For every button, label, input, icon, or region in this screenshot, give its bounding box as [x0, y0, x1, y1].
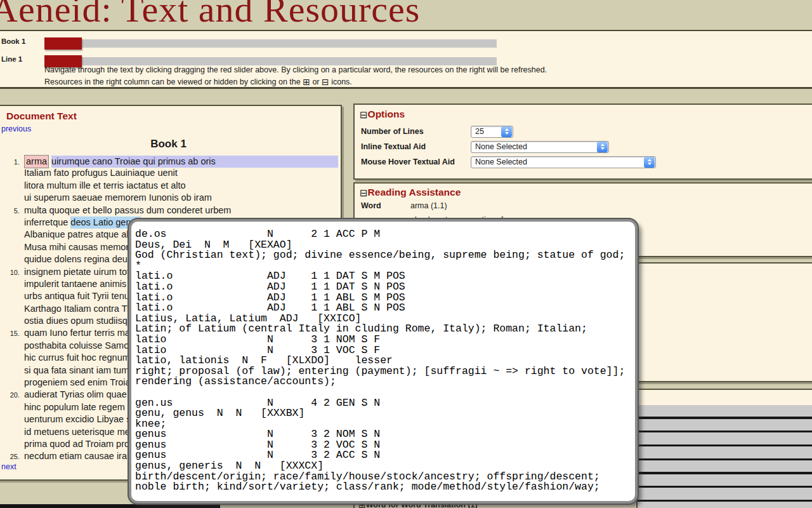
instructions-icons-text: icons.	[329, 77, 352, 86]
selected-word[interactable]: arma	[24, 155, 49, 168]
book-heading: Book 1	[0, 138, 341, 150]
navigation-panel: Book 1 Line 1 Navigate through the text …	[0, 30, 812, 89]
previous-link[interactable]: previous	[1, 124, 31, 133]
reading-assistance-title: Reading Assistance	[368, 187, 461, 197]
latin-text-segment[interactable]: inferretque	[24, 217, 70, 229]
reading-assistance-header: ⊟Reading Assistance	[360, 187, 461, 198]
inline-textual-aid-value: None Selected	[471, 142, 596, 151]
latin-text-segment[interactable]: ui superum saeuae memorem Iunonis ob ira…	[24, 192, 212, 204]
page: { "title": "Aeneid: Text and Resources",…	[0, 0, 812, 508]
line-number: 20.	[1, 389, 24, 401]
word-value: arma (1.1)	[410, 201, 447, 210]
mouse-hover-textual-aid-select[interactable]: None Selected	[471, 156, 656, 168]
latin-line: 5.multa quoque et bello passus dum conde…	[1, 204, 338, 217]
latin-line: litora multum ille et terris iactatus et…	[1, 180, 338, 192]
number-of-lines-label: Number of Lines	[361, 127, 471, 136]
mouse-hover-textual-aid-value: None Selected	[471, 157, 643, 166]
page-title: Aeneid: Text and Resources	[0, 0, 420, 28]
stepper-icon	[644, 157, 655, 168]
bottom-left-panel-edge	[0, 504, 220, 508]
line-number: 25.	[1, 451, 24, 463]
line-number: 15.	[1, 328, 24, 340]
latin-text-segment[interactable]: multa quoque et bello passus dum condere…	[24, 204, 231, 217]
latin-line: Italiam fato profugus Lauiniaque uenit	[1, 167, 338, 179]
inline-textual-aid-label: Inline Textual Aid	[361, 142, 471, 151]
book-slider-label: Book 1	[1, 37, 25, 45]
next-link[interactable]: next	[1, 462, 16, 471]
collapse-icon: ⊟	[322, 77, 329, 87]
inline-textual-aid-row: Inline Textual Aid None Selected	[361, 140, 609, 153]
latin-line: 1.arma uirumque cano Troiae qui primus a…	[1, 155, 338, 167]
instructions-line-2: Resources in the right column can be vie…	[44, 77, 352, 86]
options-collapse-icon[interactable]: ⊟	[360, 109, 368, 121]
line-number: 10.	[1, 267, 24, 279]
word-row: Word arma (1.1)	[361, 201, 447, 210]
word-label: Word	[361, 201, 410, 210]
number-of-lines-value: 25	[471, 127, 501, 136]
mouse-hover-textual-aid-label: Mouse Hover Textual Aid	[361, 157, 471, 166]
book-slider-thumb[interactable]	[44, 37, 82, 50]
book-slider-track[interactable]	[44, 39, 497, 48]
latin-text-segment[interactable]: litora multum ille et terris iactatus et…	[24, 180, 186, 192]
line-slider-label: Line 1	[1, 55, 22, 63]
instructions-line-1: Navigate through the text by clicking dr…	[44, 65, 547, 74]
line-number: 1.	[1, 156, 24, 168]
line-slider-track[interactable]	[44, 57, 497, 65]
latin-text-segment[interactable]: Italiam fato profugus Lauiniaque uenit	[24, 167, 178, 179]
number-of-lines-select[interactable]: 25	[471, 126, 513, 138]
reading-assistance-collapse-icon[interactable]: ⊟	[360, 187, 368, 199]
latin-text-segment[interactable]: uirumque cano Troiae qui primus ab oris	[51, 156, 338, 168]
mouse-hover-textual-aid-row: Mouse Hover Textual Aid None Selected	[361, 156, 656, 168]
document-text-header: Document Text	[6, 110, 77, 122]
options-panel: ⊟Options Number of Lines 25 Inline Textu…	[353, 104, 812, 180]
options-header: ⊟Options	[360, 109, 405, 120]
latin-line: ui superum saeuae memorem Iunonis ob ira…	[1, 192, 338, 204]
instructions-line-2-text: Resources in the right column can be vie…	[44, 77, 303, 86]
stepper-icon	[501, 126, 512, 137]
number-of-lines-row: Number of Lines 25	[361, 125, 513, 138]
inline-textual-aid-select[interactable]: None Selected	[471, 141, 609, 153]
word-analysis-popup: de.os N 2 1 ACC P M Deus, Dei N M [XEXAO…	[129, 219, 638, 504]
instructions-or-text: or	[310, 77, 322, 86]
stepper-icon	[597, 142, 608, 152]
line-number: 5.	[1, 205, 24, 217]
options-title: Options	[368, 109, 405, 119]
word-analysis-text: de.os N 2 1 ACC P M Deus, Dei N M [XEXAO…	[131, 222, 635, 493]
expand-icon: ⊞	[303, 77, 310, 87]
